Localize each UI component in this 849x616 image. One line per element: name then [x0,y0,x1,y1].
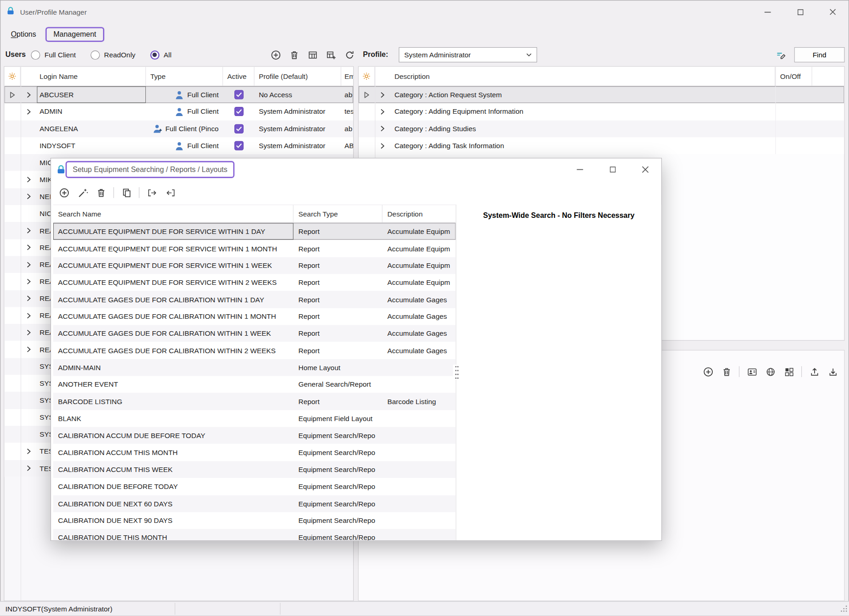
user-row[interactable]: ADMINFull ClientSystem Administratortes [4,103,353,120]
splitter-handle[interactable] [453,365,460,380]
grid-options-sun-icon[interactable] [4,67,20,85]
wand-icon[interactable] [77,187,89,199]
profile-category-row[interactable]: Category : Adding Equipment Information [359,103,844,120]
add-icon[interactable] [702,366,714,377]
user-row[interactable]: ABCUSERFull ClientNo Accessab [4,86,353,103]
maximize-button[interactable] [784,0,816,24]
row-expand-chevron[interactable] [375,103,390,120]
search-name-cell: ACCUMULATE GAGES DUE FOR CALIBRATION WIT… [53,308,294,325]
row-expand-chevron[interactable] [21,256,37,273]
grid-options-sun-icon[interactable] [359,67,375,85]
menu-management[interactable]: Management [45,27,105,42]
search-row[interactable]: BLANKEquipment Field Layout [53,410,456,427]
row-expand-chevron[interactable] [21,273,37,290]
row-expand-chevron[interactable] [21,188,37,205]
search-row[interactable]: ACCUMULATE EQUIPMENT DUE FOR SERVICE WIT… [53,257,456,274]
row-expand-chevron[interactable] [21,324,37,341]
active-checkbox[interactable] [234,107,243,117]
search-row[interactable]: ACCUMULATE GAGES DUE FOR CALIBRATION WIT… [53,291,456,308]
row-expand-chevron[interactable] [21,443,37,460]
find-button[interactable]: Find [794,47,845,62]
radio-full-client[interactable]: Full Client [31,50,76,59]
resize-grip[interactable] [840,605,847,614]
column-header-email[interactable]: Email [341,67,354,85]
search-row[interactable]: CALIBRATION DUE BEFORE TODAYEquipment Se… [53,478,456,495]
table-icon[interactable] [306,49,318,61]
search-row[interactable]: BARCODE LISTINGReportBarcode Listing [53,393,456,410]
active-checkbox[interactable] [234,124,243,133]
table-add-icon[interactable] [325,49,337,61]
search-grid: Search Name Search Type Description ACCU… [53,205,456,540]
search-row[interactable]: ACCUMULATE GAGES DUE FOR CALIBRATION WIT… [53,325,456,342]
refresh-icon[interactable] [344,49,355,61]
radio-all[interactable]: All [150,50,172,59]
column-header-search-name[interactable]: Search Name [53,205,294,222]
row-expand-chevron[interactable] [21,239,37,256]
search-row[interactable]: CALIBRATION ACCUM DUE BEFORE TODAYEquipm… [53,427,456,444]
search-row[interactable]: CALIBRATION DUE NEXT 90 DAYSEquipment Se… [53,512,456,529]
row-expand-chevron[interactable] [21,103,37,120]
profile-category-row[interactable]: Category : Adding Studies [359,120,844,137]
tray-out-icon[interactable] [146,187,158,199]
row-expand-chevron[interactable] [21,460,37,477]
column-header-active[interactable]: Active [223,67,255,85]
column-header-login-name[interactable]: Login Name [37,67,146,85]
edit-filter-icon[interactable] [775,49,787,61]
add-icon[interactable] [270,49,282,61]
row-expand-chevron[interactable] [21,290,37,307]
profile-category-row[interactable]: Category : Action Request System [359,86,844,103]
minimize-button[interactable] [751,0,784,24]
column-header-profile[interactable]: Profile (Default) [255,67,341,85]
row-expand-chevron[interactable] [21,341,37,358]
row-expand-chevron[interactable] [21,86,37,103]
row-expand-chevron[interactable] [375,120,390,137]
delete-icon[interactable] [95,187,107,199]
copy-icon[interactable] [121,187,133,199]
user-row[interactable]: INDYSOFTFull ClientSystem AdministratorA… [4,137,353,154]
dialog-close-button[interactable] [629,158,661,180]
row-expand-chevron[interactable] [21,222,37,239]
close-button[interactable] [816,0,849,24]
search-row[interactable]: CALIBRATION DUE NEXT 60 DAYSEquipment Se… [53,495,456,512]
radio-readonly[interactable]: ReadOnly [90,50,135,59]
add-icon[interactable] [58,187,70,199]
description-cell: Category : Adding Task Information [390,137,775,154]
profile-select[interactable]: System Administrator [399,47,537,62]
row-expand-chevron [21,137,37,154]
menu-options[interactable]: Options [6,28,42,40]
search-row[interactable]: CALIBRATION DUE THIS MONTHEquipment Sear… [53,529,456,540]
person-card-icon[interactable] [746,366,758,377]
search-row[interactable]: ACCUMULATE GAGES DUE FOR CALIBRATION WIT… [53,342,456,359]
tray-in-icon[interactable] [164,187,176,199]
column-header-search-type[interactable]: Search Type [294,205,383,222]
user-row[interactable]: ANGELENAFull Client (PincoSystem Adminis… [4,120,353,137]
layers-icon[interactable] [783,366,795,377]
delete-icon[interactable] [288,49,300,61]
active-checkbox[interactable] [234,141,243,150]
column-header-type[interactable]: Type [146,67,223,85]
search-row[interactable]: CALIBRATION ACCUM THIS MONTHEquipment Se… [53,444,456,461]
column-header-onoff[interactable]: On/Off [775,67,812,85]
column-header-description[interactable]: Description [383,205,456,222]
download-icon[interactable] [827,366,839,377]
delete-icon[interactable] [721,366,732,377]
profile-category-row[interactable]: Category : Adding Task Information [359,137,844,154]
row-expand-chevron[interactable] [21,307,37,324]
search-row[interactable]: ADMIN-MAINHome Layout [53,359,456,376]
search-row[interactable]: ANOTHER EVENTGeneral Search/Report [53,376,456,393]
search-type-cell: Report [294,240,383,257]
search-row[interactable]: ACCUMULATE EQUIPMENT DUE FOR SERVICE WIT… [53,274,456,291]
search-row[interactable]: ACCUMULATE GAGES DUE FOR CALIBRATION WIT… [53,308,456,325]
upload-icon[interactable] [808,366,820,377]
column-header-description[interactable]: Description [390,67,775,85]
search-row[interactable]: CALIBRATION ACCUM THIS WEEKEquipment Sea… [53,461,456,478]
row-expand-chevron[interactable] [375,86,390,103]
row-expand-chevron[interactable] [21,171,37,188]
dialog-maximize-button[interactable] [596,158,629,180]
search-row[interactable]: ACCUMULATE EQUIPMENT DUE FOR SERVICE WIT… [53,240,456,257]
search-row[interactable]: ACCUMULATE EQUIPMENT DUE FOR SERVICE WIT… [53,223,456,240]
active-checkbox[interactable] [234,90,243,100]
dialog-minimize-button[interactable] [564,158,596,180]
globe-icon[interactable] [765,366,777,377]
row-expand-chevron[interactable] [375,137,390,154]
